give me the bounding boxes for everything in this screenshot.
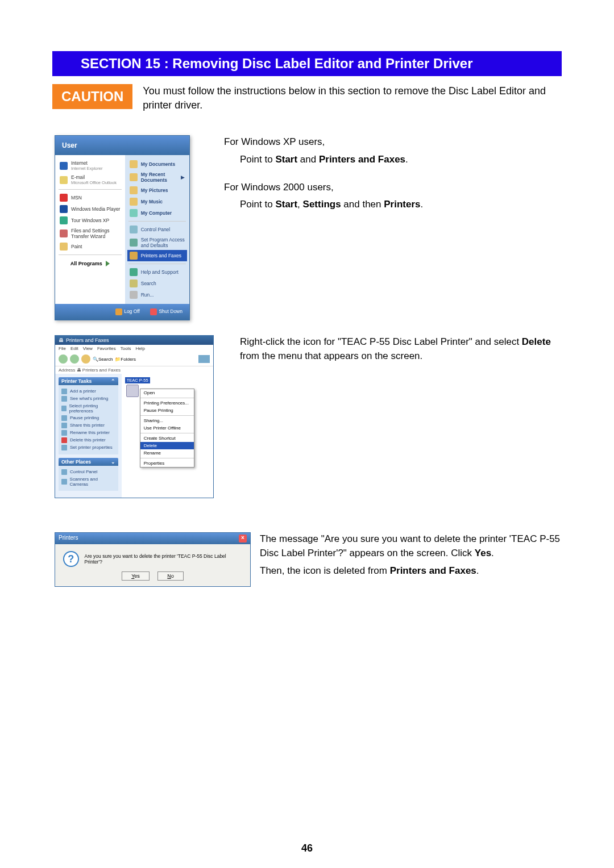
step1-xp-line1: For Windows XP users,: [224, 135, 423, 149]
cp-icon: [61, 469, 67, 475]
step3-line1: The message "Are you sure you want to de…: [260, 532, 562, 560]
printers-faxes-item: Printers and Faxes: [127, 250, 187, 261]
dialog-title: Printers: [59, 535, 78, 542]
window-toolbar: 🔍Search 📁Folders: [55, 352, 213, 366]
page-number: 46: [0, 842, 614, 854]
folder-icon: [130, 198, 138, 206]
computer-icon: [130, 209, 138, 217]
rename-icon: [61, 430, 67, 436]
step1-w2k-line2: Point to Start, Settings and then Printe…: [240, 198, 423, 212]
shut-down-button: Shut Down: [147, 307, 186, 316]
props-icon: [61, 445, 67, 450]
delete-icon: [61, 437, 67, 443]
paint-icon: [60, 243, 68, 251]
shutdown-icon: [150, 308, 157, 315]
printer-icon: [130, 252, 138, 260]
all-programs: All Programs: [57, 257, 123, 270]
wizard-icon: [60, 229, 68, 237]
scanner-icon: [61, 479, 67, 485]
context-delete: Delete: [140, 442, 194, 449]
printer-label: TEAC P-55: [125, 377, 150, 383]
other-places-header: Other Places⌄: [59, 458, 118, 466]
window-title: 🖶Printers and Faxes: [55, 336, 213, 345]
prefs-icon: [61, 406, 67, 411]
control-panel-icon: [130, 226, 138, 233]
dialog-message: Are you sure you want to delete the prin…: [85, 553, 242, 565]
confirm-dialog-screenshot: Printers × ? Are you sure you want to de…: [55, 532, 251, 587]
start-menu-screenshot: User InternetInternet Explorer E-mailMic…: [55, 135, 190, 320]
up-icon: [81, 354, 90, 364]
wmp-icon: [60, 205, 68, 213]
arrow-right-icon: [106, 261, 110, 266]
no-button: No: [157, 571, 184, 581]
context-menu: Open Printing Preferences... Pause Print…: [140, 389, 194, 468]
folder-icon: [130, 186, 138, 194]
logoff-icon: [115, 308, 122, 315]
printing-icon: [61, 396, 67, 402]
search-icon: [130, 279, 138, 287]
printer-tasks-header: Printer Tasks⌃: [59, 377, 118, 385]
pause-icon: [61, 415, 67, 421]
access-icon: [130, 239, 138, 247]
log-off-button: Log Off: [112, 307, 143, 316]
close-icon: ×: [239, 535, 247, 542]
mail-icon: [60, 176, 68, 184]
caution-label: CAUTION: [52, 84, 132, 109]
views-icon: [198, 355, 210, 363]
printers-window-screenshot: 🖶Printers and Faxes FileEditViewFavorite…: [55, 335, 214, 498]
section-heading: SECTION 15 : Removing Disc Label Editor …: [52, 51, 562, 76]
window-menubar: FileEditViewFavoritesToolsHelp: [55, 345, 213, 352]
ie-icon: [60, 162, 68, 170]
question-icon: ?: [63, 551, 79, 567]
back-icon: [59, 354, 68, 364]
step3-line2: Then, the icon is deleted from Printers …: [260, 564, 562, 578]
printer-icon: [126, 385, 139, 397]
folder-icon: [130, 160, 138, 168]
caution-text: You must follow the instructions below i…: [143, 84, 562, 112]
step2-line: Right-click the icon for "TEAC P-55 Disc…: [240, 335, 562, 363]
step1-xp-line2: Point to Start and Printers and Faxes.: [240, 153, 423, 167]
step1-w2k-line1: For Windows 2000 users,: [224, 181, 423, 195]
run-icon: [130, 291, 138, 299]
yes-button: Yes: [122, 571, 150, 581]
add-printer-icon: [61, 389, 67, 394]
folder-icon: [130, 173, 138, 181]
help-icon: [130, 268, 138, 276]
msn-icon: [60, 194, 68, 202]
tour-icon: [60, 216, 68, 224]
share-icon: [61, 423, 67, 428]
forward-icon: [70, 354, 79, 364]
start-menu-user: User: [55, 136, 189, 155]
